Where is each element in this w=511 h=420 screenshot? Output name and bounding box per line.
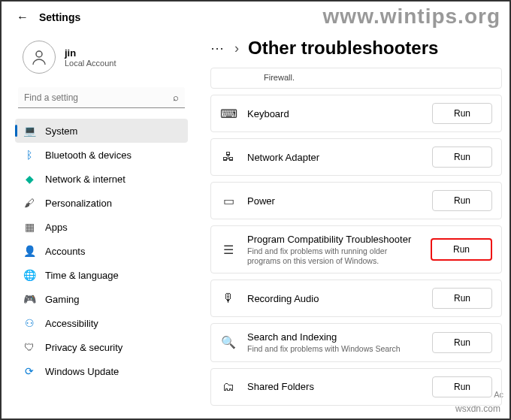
nav-label: Gaming xyxy=(45,294,80,305)
troubleshooter-icon: ☰ xyxy=(220,243,237,257)
more-icon[interactable]: ⋯ xyxy=(210,40,225,56)
run-button[interactable]: Run xyxy=(432,103,492,124)
nav-label: Apps xyxy=(45,222,68,233)
nav-item-network-internet[interactable]: ◆Network & internet xyxy=(15,167,188,191)
nav-label: Time & language xyxy=(45,270,119,281)
nav-icon: 🖌 xyxy=(23,197,36,209)
app-title: Settings xyxy=(39,11,80,23)
nav-icon: 🎮 xyxy=(23,293,36,305)
nav-label: Personalization xyxy=(45,198,112,209)
troubleshooter-icon: 🎙 xyxy=(220,292,237,305)
troubleshooter-icon: 🔍 xyxy=(220,335,237,349)
troubleshooter-card: 🖧Network AdapterRun xyxy=(210,138,502,176)
nav-label: System xyxy=(45,125,77,137)
card-body: Search and IndexingFind and fix problems… xyxy=(247,331,422,354)
nav-list: 💻SystemᛒBluetooth & devices◆Network & in… xyxy=(15,119,188,383)
nav-label: Network & internet xyxy=(45,174,125,185)
card-body: Recording Audio xyxy=(247,293,422,304)
troubleshooter-title: Program Compatibility Troubleshooter xyxy=(247,234,420,245)
troubleshooter-desc: Find and fix problems with Windows Searc… xyxy=(247,344,413,354)
nav-label: Windows Update xyxy=(45,366,119,377)
nav-icon: ᛒ xyxy=(23,149,36,161)
troubleshooter-icon: ⌨ xyxy=(220,107,237,121)
run-button[interactable]: Run xyxy=(432,147,492,168)
nav-label: Bluetooth & devices xyxy=(45,150,132,161)
nav-icon: 👤 xyxy=(23,245,36,257)
nav-item-gaming[interactable]: 🎮Gaming xyxy=(15,287,188,311)
nav-item-personalization[interactable]: 🖌Personalization xyxy=(15,191,188,215)
troubleshooter-card: 🔍Search and IndexingFind and fix problem… xyxy=(210,323,502,362)
nav-icon: 💻 xyxy=(23,125,36,137)
nav-icon: ▦ xyxy=(23,221,36,233)
card-body: Program Compatibility TroubleshooterFind… xyxy=(247,234,420,265)
nav-item-privacy-security[interactable]: 🛡Privacy & security xyxy=(15,335,188,359)
troubleshooter-title: Power xyxy=(247,195,422,207)
troubleshooter-icon: 🖧 xyxy=(220,150,237,164)
troubleshooter-title: Search and Indexing xyxy=(247,331,422,343)
nav-item-windows-update[interactable]: ⟳Windows Update xyxy=(15,359,188,383)
sidebar: jin Local Account ⌕ 💻SystemᛒBluetooth & … xyxy=(2,30,197,414)
chevron-right-icon: › xyxy=(234,41,239,56)
run-button[interactable]: Run xyxy=(432,288,492,309)
card-body: Shared Folders xyxy=(247,381,422,392)
user-name: jin xyxy=(65,47,116,59)
troubleshooter-card: ☰Program Compatibility TroubleshooterFin… xyxy=(210,225,502,273)
nav-item-system[interactable]: 💻System xyxy=(15,119,188,143)
nav-item-bluetooth-devices[interactable]: ᛒBluetooth & devices xyxy=(15,143,188,167)
back-button[interactable]: ← xyxy=(17,11,29,24)
run-button[interactable]: Run xyxy=(432,376,492,397)
troubleshooter-title: Keyboard xyxy=(247,108,422,119)
troubleshooter-desc: Find and fix problems with running older… xyxy=(247,246,413,265)
run-button[interactable]: Run xyxy=(431,238,492,261)
svg-point-0 xyxy=(36,51,42,57)
nav-item-accounts[interactable]: 👤Accounts xyxy=(15,239,188,263)
troubleshooter-card: ⌨KeyboardRun xyxy=(210,95,502,132)
firewall-tail-card: Firewall. xyxy=(210,68,502,89)
troubleshooter-icon: 🗂 xyxy=(220,380,237,394)
avatar-icon xyxy=(23,41,56,74)
troubleshooter-card: 🗂Shared FoldersRun xyxy=(210,368,502,406)
nav-label: Accessibility xyxy=(45,318,98,329)
user-block[interactable]: jin Local Account xyxy=(23,41,188,74)
nav-item-apps[interactable]: ▦Apps xyxy=(15,215,188,239)
troubleshooter-title: Shared Folders xyxy=(247,381,422,392)
nav-item-time-language[interactable]: 🌐Time & language xyxy=(15,263,188,287)
card-body: Network Adapter xyxy=(247,152,422,163)
nav-icon: ⟳ xyxy=(23,365,36,377)
search-icon: ⌕ xyxy=(173,92,179,103)
card-body: Power xyxy=(247,195,422,207)
watermark-url: www.wintips.org xyxy=(323,5,500,29)
search-box[interactable]: ⌕ xyxy=(18,87,185,108)
run-button[interactable]: Run xyxy=(432,332,492,353)
nav-icon: 🌐 xyxy=(23,269,36,281)
troubleshooter-icon: ▭ xyxy=(220,194,237,208)
nav-icon: 🛡 xyxy=(23,341,36,353)
troubleshooter-card: ▭PowerRun xyxy=(210,182,502,219)
nav-icon: ⚇ xyxy=(23,317,36,329)
nav-label: Privacy & security xyxy=(45,342,122,353)
page-header: ⋯ › Other troubleshooters xyxy=(210,38,502,59)
troubleshooter-title: Recording Audio xyxy=(247,293,422,304)
user-sub: Local Account xyxy=(65,59,116,68)
nav-item-accessibility[interactable]: ⚇Accessibility xyxy=(15,311,188,335)
nav-icon: ◆ xyxy=(23,173,36,185)
troubleshooter-title: Network Adapter xyxy=(247,152,422,163)
troubleshooter-card: 🎙Recording AudioRun xyxy=(210,279,502,317)
page-title: Other troubleshooters xyxy=(248,38,438,59)
run-button[interactable]: Run xyxy=(432,190,492,211)
search-input[interactable] xyxy=(24,92,173,103)
main-content: ⋯ › Other troubleshooters Firewall. ⌨Key… xyxy=(197,30,509,414)
card-body: Keyboard xyxy=(247,108,422,119)
nav-label: Accounts xyxy=(45,246,85,257)
